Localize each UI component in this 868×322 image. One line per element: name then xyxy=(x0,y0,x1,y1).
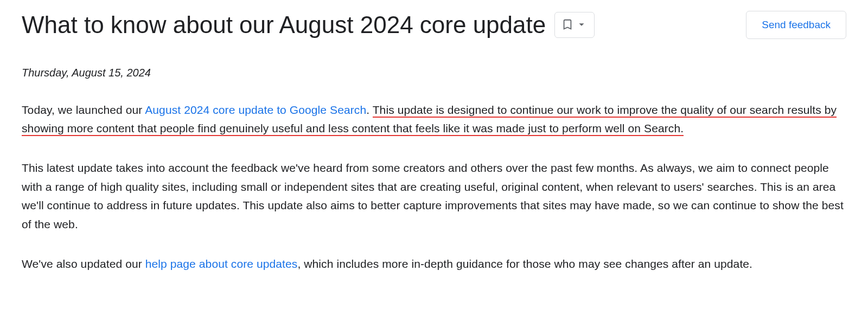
publish-date: Thursday, August 15, 2024 xyxy=(22,67,846,79)
send-feedback-button[interactable]: Send feedback xyxy=(746,11,846,39)
para3-after: , which includes more in-depth guidance … xyxy=(297,257,752,270)
paragraph-1: Today, we launched our August 2024 core … xyxy=(22,101,846,138)
paragraph-2: This latest update takes into account th… xyxy=(22,159,846,234)
header-row: What to know about our August 2024 core … xyxy=(22,11,846,40)
help-page-link[interactable]: help page about core updates xyxy=(145,257,298,270)
para3-before: We've also updated our xyxy=(22,257,145,270)
core-update-link[interactable]: August 2024 core update to Google Search xyxy=(145,104,366,116)
para1-after-link: . xyxy=(366,104,373,116)
paragraph-3: We've also updated our help page about c… xyxy=(22,255,846,274)
bookmark-button[interactable] xyxy=(554,12,595,38)
para1-lead: Today, we launched our xyxy=(22,104,145,116)
chevron-down-icon xyxy=(576,18,588,32)
page-title: What to know about our August 2024 core … xyxy=(22,11,546,40)
bookmark-icon xyxy=(561,18,573,32)
